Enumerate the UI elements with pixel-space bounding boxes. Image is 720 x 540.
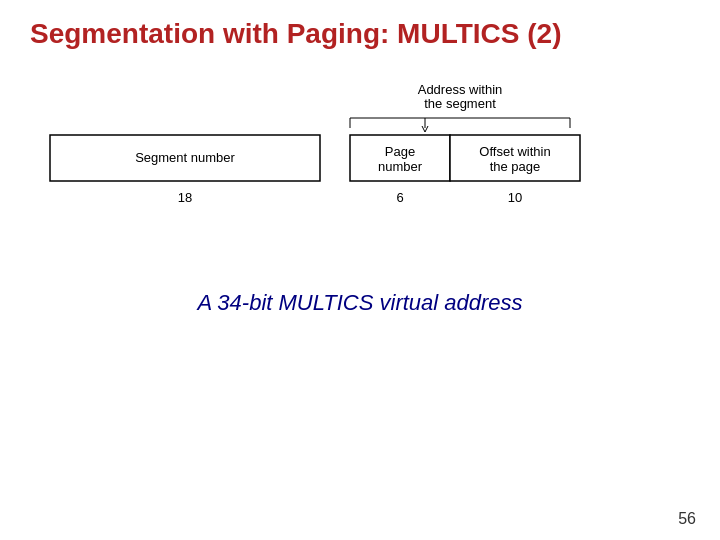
subtitle: A 34-bit MULTICS virtual address [30,290,690,316]
segment-box-label: Segment number [135,150,235,165]
segment-number-label: 18 [178,190,192,205]
page-number-label: 6 [396,190,403,205]
offset-number-label: 10 [508,190,522,205]
address-label2: the segment [424,96,496,111]
slide-title: Segmentation with Paging: MULTICS (2) [30,18,690,50]
page-box-label: Page [385,144,415,159]
diagram-svg: Address within the segment Segment numbe… [30,80,690,250]
slide: Segmentation with Paging: MULTICS (2) Ad… [0,0,720,540]
offset-box-label: Offset within [479,144,550,159]
address-label: Address within [418,82,503,97]
offset-box-label2: the page [490,159,541,174]
page-box-label2: number [378,159,423,174]
page-number: 56 [678,510,696,528]
diagram-area: Address within the segment Segment numbe… [30,80,690,250]
